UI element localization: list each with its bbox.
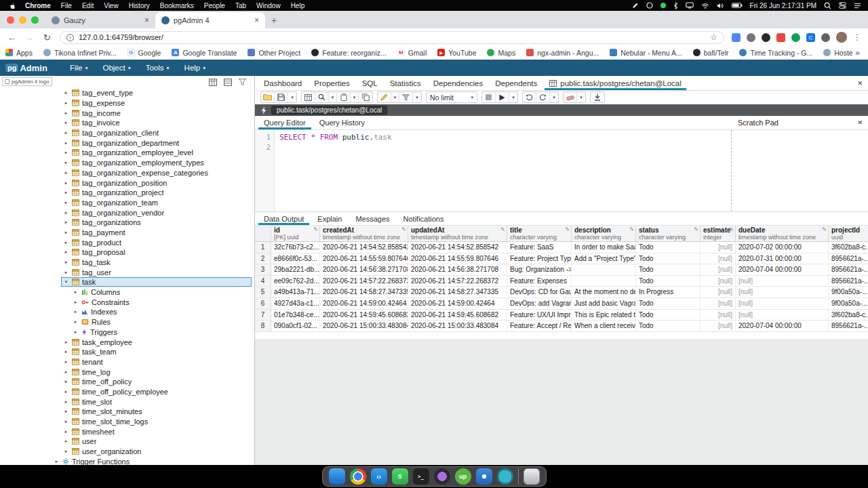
dock-app-s-icon[interactable]: S [392,468,408,485]
paste-dropdown-button[interactable]: ▾ [351,92,359,102]
filter-dropdown-button[interactable]: ▾ [413,92,421,102]
tree-item-tag-organization-project[interactable]: ▸tag_organization_project [0,188,254,198]
tree-item-tag-event-type[interactable]: ▸tag_event_type [0,88,254,98]
chevron-right-icon[interactable]: ▸ [63,140,69,146]
cancel-query-button[interactable] [482,92,496,102]
tab-query-history[interactable]: Query History [313,116,372,129]
cell-title[interactable]: Feature: UX/UI Improve... [507,310,572,321]
notification-center-icon[interactable] [854,3,861,9]
menubar-clock[interactable]: Fri 26 Jun 2:17:31 PM [750,2,816,9]
chevron-right-icon[interactable]: ▸ [54,459,60,464]
chevron-right-icon[interactable]: ▸ [63,240,69,245]
clear-dropdown-button[interactable]: ▾ [577,92,585,102]
dock-upwork-icon[interactable]: up [455,468,471,485]
cell-status[interactable]: Todo [636,276,701,287]
column-header-duedate[interactable]: dueDatetimestamp without time zone✎ [736,226,829,241]
tree-item-tag-proposal[interactable]: ▸tag_proposal [0,247,254,258]
cell-createdat[interactable]: 2020-06-21 14:55:59.807646 [320,253,408,264]
download-csv-button[interactable] [591,92,604,102]
chevron-right-icon[interactable]: ▸ [63,160,69,165]
cell-createdat[interactable]: 2020-06-21 14:59:45.608682 [320,310,408,321]
forward-button[interactable]: → [24,33,35,43]
edit-column-icon[interactable]: ✎ [500,226,505,232]
chevron-right-icon[interactable]: ▸ [63,379,69,384]
pg-menu-file[interactable]: File▾ [62,60,96,76]
cell-estimate[interactable]: [null] [701,298,736,309]
bookmark-tikona-infinet-priv[interactable]: Tikona Infinet Priv... [43,49,117,57]
edit-column-icon[interactable]: ✎ [822,226,827,232]
doc-tab-dependents[interactable]: Dependents [489,76,543,90]
row-number[interactable]: 3 [255,264,271,275]
extension-icon-3[interactable] [762,33,770,42]
cell-updatedat[interactable]: 2020-06-21 14:55:59.807646 [408,253,507,264]
chevron-right-icon[interactable]: ▸ [63,210,69,216]
doc-tab-sql[interactable]: SQL [356,76,384,90]
cell-id[interactable]: 29ba2221-db... [271,264,320,275]
tree-item-tag-task[interactable]: ▸tag_task [0,258,254,268]
cell-description[interactable] [572,276,636,287]
column-header-estimate[interactable]: estimateinteger✎ [701,226,736,241]
sql-code[interactable]: SELECT * FROM public.task [275,130,392,211]
menubar-item-edit[interactable]: Edit [82,2,94,9]
doc-tab-properties[interactable]: Properties [308,76,355,90]
tree-item-tenant[interactable]: ▸tenant [0,357,254,367]
tree-item-time-slot[interactable]: ▸time_slot [0,396,254,407]
cell-createdat[interactable]: 2020-06-21 14:59:00.42464 [320,298,408,309]
cell-updatedat[interactable]: 2020-06-21 14:58:27.347335 [408,287,507,298]
cell-duedate[interactable]: 2020-07-31 00:00:00 [736,253,829,264]
reload-button[interactable]: ↻ [42,33,52,43]
execute-query-dropdown-button[interactable]: ▾ [509,92,517,102]
cell-projectid[interactable]: 3f602ba8-c... [829,242,868,253]
chevron-right-icon[interactable]: ▸ [63,429,69,434]
bluetooth-icon[interactable] [673,2,678,9]
site-info-icon[interactable]: i [66,34,74,41]
rollback-button[interactable] [536,92,550,102]
table-view-icon[interactable] [224,79,232,86]
copy-button[interactable] [359,92,372,102]
cell-description[interactable]: At the moment no depl... [572,287,636,298]
cell-duedate[interactable]: 2020-07-04 00:00:00 [736,264,829,275]
cell-description[interactable]: In order to make SaaS ... [572,242,636,253]
volume-icon[interactable] [717,3,724,9]
grid-corner-cell[interactable] [255,226,271,241]
column-header-title[interactable]: titlecharacter varying✎ [507,226,572,241]
tree-item-tag-organization-expense-categories[interactable]: ▸tag_organization_expense_categories [0,168,254,178]
cell-createdat[interactable]: 2020-06-21 14:54:52.858542 [320,242,408,253]
scratch-pad-close-icon[interactable]: × [857,117,863,127]
back-button[interactable]: ← [7,33,17,43]
tree-item-indexes[interactable]: ▸Indexes [0,307,254,317]
minimize-window-button[interactable] [19,16,26,24]
cell-id[interactable]: 4927d43a-c1... [271,298,320,309]
pg-menu-object[interactable]: Object▾ [95,60,138,76]
extension-icon-2[interactable] [747,33,755,42]
cell-estimate[interactable]: [null] [701,287,736,298]
cell-status[interactable]: Todo [636,242,701,253]
column-header-updatedat[interactable]: updatedAttimestamp without time zone✎ [408,226,507,241]
cell-updatedat[interactable]: 2020-06-21 14:59:45.608682 [408,310,507,321]
menubar-item-people[interactable]: People [204,2,225,9]
menubar-item-history[interactable]: History [129,2,150,9]
extension-icon-5[interactable] [791,33,800,42]
cell-projectid[interactable]: 8956621a-... [829,264,868,275]
pg-menu-tools[interactable]: Tools▾ [138,60,177,76]
doc-tab-dependencies[interactable]: Dependencies [427,76,490,90]
tree-item-tag-organization-position[interactable]: ▸tag_organization_position [0,178,254,188]
cell-createdat[interactable]: 2020-06-21 14:58:27.347335 [320,287,408,298]
bookmark-star-icon[interactable]: ☆ [710,33,717,42]
cell-duedate[interactable]: [null] [736,298,829,309]
dock-app-blue-icon[interactable] [476,468,492,485]
tree-item-tag-organization-employee-level[interactable]: ▸tag_organization_employee_level [0,148,254,158]
column-header-description[interactable]: descriptioncharacter varying✎ [572,226,636,241]
cell-estimate[interactable]: [null] [701,242,736,253]
chevron-right-icon[interactable]: ▸ [63,100,69,106]
chevron-right-icon[interactable]: ▸ [63,419,69,424]
tree-item-triggers[interactable]: ▸Triggers [0,327,254,338]
cell-description[interactable]: Add a "Project Type" fie... [572,253,636,264]
cell-description[interactable]: Just add basic Vagrant... [572,298,636,309]
cell-updatedat[interactable]: 2020-06-21 14:57:22.268372 [408,276,507,287]
chevron-right-icon[interactable]: ▸ [63,389,69,394]
close-window-button[interactable] [7,16,14,24]
chevron-right-icon[interactable]: ▸ [63,449,69,454]
cell-description[interactable]: When a client receives ... [572,321,636,331]
row-number[interactable]: 2 [255,253,271,264]
